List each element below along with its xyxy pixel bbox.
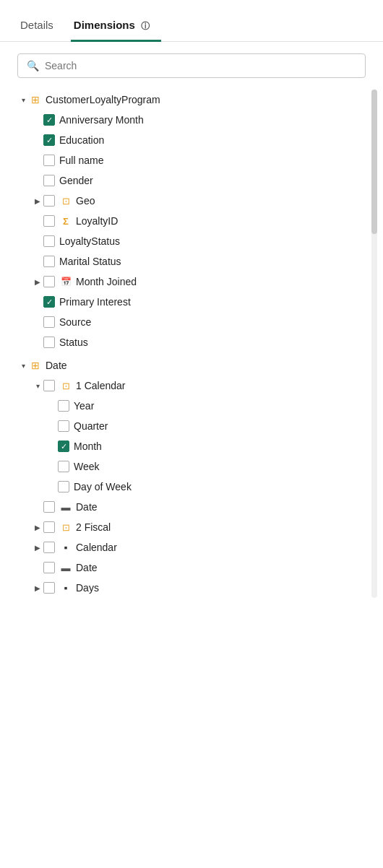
list-item-gender[interactable]: Gender: [9, 170, 374, 191]
chevron-month-joined[interactable]: ▶: [32, 276, 43, 287]
checkbox-day-of-week[interactable]: [58, 481, 69, 492]
group-1-calendar[interactable]: ▾ 1 Calendar: [9, 376, 374, 396]
list-item-education[interactable]: Education: [9, 130, 374, 150]
label-year: Year: [74, 400, 371, 412]
checkbox-1-calendar[interactable]: [43, 380, 55, 391]
chevron-customer-loyalty-program[interactable]: ▾: [17, 94, 29, 105]
checkbox-anniversary-month[interactable]: [43, 114, 55, 126]
group-2-fiscal[interactable]: ▶ 2 Fiscal: [9, 517, 374, 537]
list-item-geo[interactable]: ▶ Geo: [9, 191, 374, 211]
info-icon: ⓘ: [141, 21, 150, 31]
dimensions-tree: ▾ CustomerLoyaltyProgram Anniversary Mon…: [0, 90, 383, 598]
list-item-date-field-2[interactable]: ▬ Date: [9, 557, 374, 578]
label-month: Month: [74, 440, 371, 452]
list-item-date-field-1[interactable]: ▬ Date: [9, 497, 374, 517]
label-status: Status: [59, 337, 371, 348]
checkbox-date-field-2[interactable]: [43, 562, 55, 573]
scrollbar-thumb[interactable]: [371, 90, 377, 234]
list-item-year[interactable]: Year: [9, 396, 374, 416]
hierarchy-icon-2-fiscal: [59, 521, 72, 533]
list-item-primary-interest[interactable]: Primary Interest: [9, 292, 374, 312]
label-1-calendar: 1 Calendar: [76, 380, 371, 391]
hierarchy-icon-1-calendar: [59, 380, 72, 391]
checkbox-status[interactable]: [43, 337, 55, 348]
checkbox-date-field-1[interactable]: [43, 501, 55, 513]
label-calendar-group: Calendar: [76, 542, 371, 553]
group-customer-loyalty-program[interactable]: ▾ CustomerLoyaltyProgram: [9, 90, 374, 110]
calendar-icon-month-joined: 📅: [59, 276, 72, 287]
list-item-loyalty-status[interactable]: LoyaltyStatus: [9, 231, 374, 251]
checkbox-education[interactable]: [43, 134, 55, 146]
checkbox-full-name[interactable]: [43, 155, 55, 166]
list-item-full-name[interactable]: Full name: [9, 150, 374, 170]
label-geo: Geo: [76, 195, 371, 207]
checkbox-quarter[interactable]: [58, 420, 69, 432]
tab-details[interactable]: Details: [17, 12, 65, 42]
label-education: Education: [59, 134, 371, 146]
label-loyalty-status: LoyaltyStatus: [59, 235, 371, 247]
list-item-week[interactable]: Week: [9, 456, 374, 477]
search-icon: 🔍: [27, 60, 39, 71]
group-label-customer: CustomerLoyaltyProgram: [46, 94, 371, 105]
checkbox-month[interactable]: [58, 440, 69, 452]
label-gender: Gender: [59, 175, 371, 186]
label-date-field-1: Date: [76, 501, 371, 513]
label-2-fiscal: 2 Fiscal: [76, 521, 371, 533]
card-icon-date-1: ▬: [59, 501, 72, 513]
label-primary-interest: Primary Interest: [59, 296, 371, 308]
chevron-calendar[interactable]: ▶: [32, 542, 43, 553]
table-icon-date: [29, 360, 42, 371]
scrollbar-track[interactable]: [371, 90, 377, 598]
list-item-month-joined[interactable]: ▶ 📅 Month Joined: [9, 272, 374, 292]
list-item-loyalty-id[interactable]: LoyaltyID: [9, 211, 374, 231]
checkbox-days[interactable]: [43, 582, 55, 594]
folder-icon-calendar: ▪: [59, 542, 72, 553]
checkbox-2-fiscal[interactable]: [43, 521, 55, 533]
checkbox-calendar[interactable]: [43, 542, 55, 553]
label-days-group: Days: [76, 582, 371, 594]
chevron-1-calendar[interactable]: ▾: [32, 380, 43, 391]
checkbox-month-joined[interactable]: [43, 276, 55, 287]
hierarchy-icon-geo: [59, 195, 72, 207]
label-marital-status: Marital Status: [59, 256, 371, 267]
label-month-joined: Month Joined: [76, 276, 371, 287]
list-item-anniversary-month[interactable]: Anniversary Month: [9, 110, 374, 130]
label-anniversary-month: Anniversary Month: [59, 114, 371, 126]
sigma-icon-loyalty-id: [59, 215, 72, 227]
label-quarter: Quarter: [74, 420, 371, 432]
label-date-field-2: Date: [76, 562, 371, 573]
card-icon-date-2: ▬: [59, 562, 72, 573]
checkbox-source[interactable]: [43, 316, 55, 328]
list-item-day-of-week[interactable]: Day of Week: [9, 477, 374, 497]
tab-dimensions[interactable]: Dimensions ⓘ: [71, 12, 161, 42]
search-box: 🔍: [17, 53, 366, 78]
group-date[interactable]: ▾ Date: [9, 355, 374, 376]
checkbox-loyalty-id[interactable]: [43, 215, 55, 227]
tab-bar: Details Dimensions ⓘ: [0, 12, 383, 42]
label-loyalty-id: LoyaltyID: [76, 215, 371, 227]
chevron-days[interactable]: ▶: [32, 582, 43, 594]
chevron-2-fiscal[interactable]: ▶: [32, 521, 43, 533]
checkbox-marital-status[interactable]: [43, 256, 55, 267]
checkbox-primary-interest[interactable]: [43, 296, 55, 308]
group-calendar[interactable]: ▶ ▪ Calendar: [9, 537, 374, 557]
checkbox-geo[interactable]: [43, 195, 55, 207]
chevron-geo[interactable]: ▶: [32, 195, 43, 207]
checkbox-loyalty-status[interactable]: [43, 235, 55, 247]
checkbox-year[interactable]: [58, 400, 69, 412]
checkbox-gender[interactable]: [43, 175, 55, 186]
label-full-name: Full name: [59, 155, 371, 166]
list-item-marital-status[interactable]: Marital Status: [9, 251, 374, 272]
label-source: Source: [59, 316, 371, 328]
list-item-source[interactable]: Source: [9, 312, 374, 332]
table-icon-customer: [29, 94, 42, 105]
list-item-status[interactable]: Status: [9, 332, 374, 352]
search-input[interactable]: [45, 60, 356, 71]
checkbox-week[interactable]: [58, 461, 69, 472]
group-days[interactable]: ▶ ▪ Days: [9, 578, 374, 598]
list-item-month[interactable]: Month: [9, 436, 374, 456]
label-week: Week: [74, 461, 371, 472]
chevron-date[interactable]: ▾: [17, 360, 29, 371]
group-label-date: Date: [46, 360, 371, 371]
list-item-quarter[interactable]: Quarter: [9, 416, 374, 436]
